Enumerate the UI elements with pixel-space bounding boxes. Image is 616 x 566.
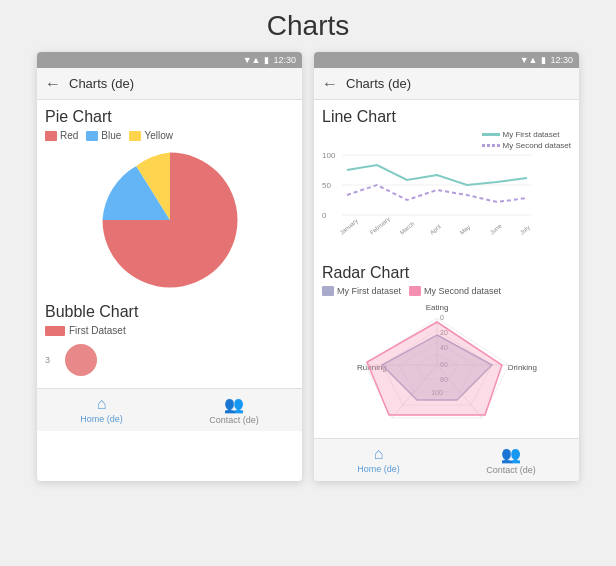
page-title: Charts — [267, 10, 349, 42]
svg-text:100: 100 — [322, 151, 336, 160]
bubble-legend-label: First Dataset — [69, 325, 126, 336]
radar-legend-second: My Second dataset — [409, 286, 501, 296]
bubble-legend: First Dataset — [45, 325, 294, 336]
nav-bar-left: ← Charts (de) — [37, 68, 302, 100]
phone-right-content: Line Chart My First dataset My Second da… — [314, 100, 579, 438]
svg-text:0: 0 — [440, 314, 444, 321]
line-second-dataset — [347, 185, 527, 202]
radar-legend-box-second — [409, 286, 421, 296]
line-legend-first: My First dataset — [482, 130, 571, 139]
line-chart-wrapper: My First dataset My Second dataset 100 5… — [322, 130, 571, 260]
svg-text:May: May — [459, 224, 472, 236]
bubble-area: 3 — [45, 340, 294, 380]
line-legend-color-first — [482, 133, 500, 136]
bottom-nav-right: ⌂ Home (de) 👥 Contact (de) — [314, 438, 579, 481]
line-chart-title: Line Chart — [322, 108, 571, 126]
bubble-1 — [65, 344, 97, 376]
svg-text:0: 0 — [322, 211, 327, 220]
home-icon-left: ⌂ — [97, 395, 107, 413]
bottom-nav-contact-left[interactable]: 👥 Contact (de) — [201, 393, 267, 427]
bottom-nav-home-left[interactable]: ⌂ Home (de) — [72, 393, 131, 427]
legend-item-red: Red — [45, 130, 78, 141]
contact-icon-right: 👥 — [501, 445, 521, 464]
svg-text:January: January — [339, 217, 359, 235]
svg-text:February: February — [369, 216, 391, 236]
radar-legend: My First dataset My Second dataset — [322, 286, 571, 296]
phone-right: ▼▲ ▮ 12:30 ← Charts (de) Line Chart My F… — [314, 52, 579, 481]
radar-polygon-second — [367, 322, 502, 415]
battery-icon: ▮ — [264, 55, 269, 65]
svg-text:50: 50 — [322, 181, 331, 190]
pie-chart-container — [45, 145, 294, 295]
home-icon-right: ⌂ — [374, 445, 384, 463]
bottom-nav-contact-label-right: Contact (de) — [486, 465, 536, 475]
bottom-nav-contact-right[interactable]: 👥 Contact (de) — [478, 443, 544, 477]
time-left: 12:30 — [273, 55, 296, 65]
back-button-left[interactable]: ← — [45, 75, 61, 93]
phone-left-content: Pie Chart Red Blue Yellow — [37, 100, 302, 388]
radar-chart-container: Eating Drinking Running — [322, 300, 571, 430]
bubble-y-label: 3 — [45, 355, 50, 365]
radar-legend-label-first: My First dataset — [337, 286, 401, 296]
bottom-nav-home-label-left: Home (de) — [80, 414, 123, 424]
signal-icon: ▼▲ — [243, 55, 261, 65]
status-bar-left: ▼▲ ▮ 12:30 — [37, 52, 302, 68]
pie-chart-svg — [95, 145, 245, 295]
status-bar-right: ▼▲ ▮ 12:30 — [314, 52, 579, 68]
legend-label-yellow: Yellow — [144, 130, 173, 141]
line-chart-section: Line Chart My First dataset My Second da… — [322, 108, 571, 260]
radar-chart-title: Radar Chart — [322, 264, 571, 282]
nav-title-right: Charts (de) — [346, 76, 411, 91]
phone-left: ▼▲ ▮ 12:30 ← Charts (de) Pie Chart Red — [37, 52, 302, 481]
line-legend-label-first: My First dataset — [503, 130, 560, 139]
pie-chart-section: Pie Chart Red Blue Yellow — [45, 108, 294, 295]
radar-axis-eating: Eating — [425, 303, 448, 312]
bottom-nav-left: ⌂ Home (de) 👥 Contact (de) — [37, 388, 302, 431]
svg-text:April: April — [429, 223, 442, 235]
contact-icon-left: 👥 — [224, 395, 244, 414]
radar-chart-svg: Eating Drinking Running — [337, 300, 557, 430]
nav-title-left: Charts (de) — [69, 76, 134, 91]
radar-chart-section: Radar Chart My First dataset My Second d… — [322, 264, 571, 430]
pie-legend: Red Blue Yellow — [45, 130, 294, 141]
legend-label-red: Red — [60, 130, 78, 141]
legend-dot-red — [45, 131, 57, 141]
svg-text:June: June — [489, 222, 503, 235]
bubble-chart-title: Bubble Chart — [45, 303, 294, 321]
line-first-dataset — [347, 165, 527, 185]
phones-container: ▼▲ ▮ 12:30 ← Charts (de) Pie Chart Red — [10, 52, 606, 481]
back-button-right[interactable]: ← — [322, 75, 338, 93]
line-chart-svg: 100 50 0 January February — [322, 140, 542, 260]
time-right: 12:30 — [550, 55, 573, 65]
legend-dot-blue — [86, 131, 98, 141]
legend-item-yellow: Yellow — [129, 130, 173, 141]
battery-icon-right: ▮ — [541, 55, 546, 65]
signal-icon-right: ▼▲ — [520, 55, 538, 65]
radar-axis-drinking: Drinking — [507, 363, 536, 372]
bottom-nav-contact-label-left: Contact (de) — [209, 415, 259, 425]
bottom-nav-home-right[interactable]: ⌂ Home (de) — [349, 443, 408, 477]
svg-text:March: March — [399, 220, 416, 235]
legend-item-blue: Blue — [86, 130, 121, 141]
legend-dot-yellow — [129, 131, 141, 141]
nav-bar-right: ← Charts (de) — [314, 68, 579, 100]
radar-legend-first: My First dataset — [322, 286, 401, 296]
bubble-chart-section: Bubble Chart First Dataset 3 — [45, 303, 294, 380]
radar-legend-box-first — [322, 286, 334, 296]
svg-text:July: July — [519, 224, 531, 235]
legend-label-blue: Blue — [101, 130, 121, 141]
pie-chart-title: Pie Chart — [45, 108, 294, 126]
radar-legend-label-second: My Second dataset — [424, 286, 501, 296]
bubble-legend-color — [45, 326, 65, 336]
bottom-nav-home-label-right: Home (de) — [357, 464, 400, 474]
